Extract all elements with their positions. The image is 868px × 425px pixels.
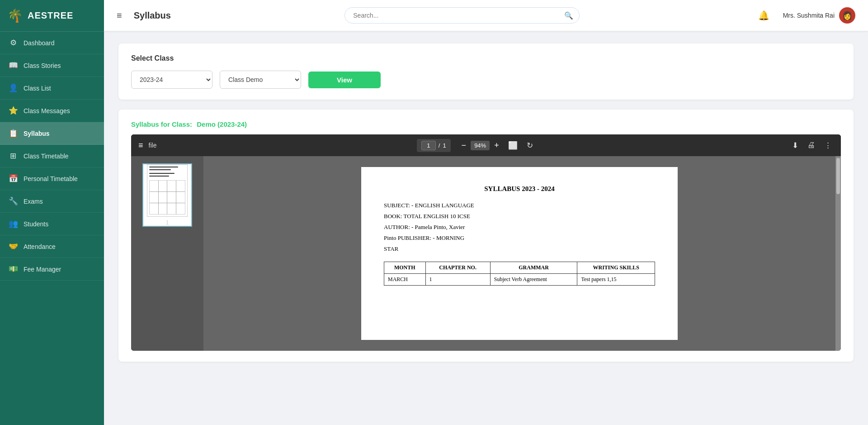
pdf-download-button[interactable]: ⬇: [790, 141, 800, 150]
sidebar-icon-fee-manager: 💵: [8, 264, 18, 274]
search-wrapper: 🔍: [344, 7, 580, 24]
pdf-filename: file: [149, 142, 157, 149]
sidebar-icon-class-messages: ⭐: [8, 106, 18, 115]
sidebar-item-attendance[interactable]: 🤝Attendance: [0, 235, 104, 258]
pdf-thumb-num: 1: [166, 220, 169, 226]
user-name: Mrs. Sushmita Rai: [783, 12, 835, 19]
search-container: 🔍: [180, 7, 745, 24]
pdf-subject-line: STAR: [384, 245, 655, 253]
pdf-main-view[interactable]: SYLLABUS 2023 - 2024 SUBJECT: - ENGLISH …: [203, 156, 835, 351]
sidebar-icon-students: 👥: [8, 219, 18, 229]
pdf-thumbnail-1[interactable]: 1: [142, 163, 192, 227]
notification-icon[interactable]: 🔔: [758, 10, 769, 21]
pdf-toolbar: ≡ file / 1 − 94% + ⬜ ↻: [131, 134, 841, 156]
pdf-viewer: ≡ file / 1 − 94% + ⬜ ↻: [131, 134, 841, 351]
main-area: ≡ Syllabus 🔍 🔔 Mrs. Sushmita Rai 👩 Selec…: [104, 0, 868, 425]
sidebar-item-syllabus[interactable]: 📋Syllabus: [0, 122, 104, 145]
sidebar: 🌴 AESTREE ⚙Dashboard📖Class Stories👤Class…: [0, 0, 104, 425]
pdf-table: MONTHCHAPTER NO.GRAMMARWRITING SKILLS MA…: [384, 262, 655, 286]
pdf-page-title: SYLLABUS 2023 - 2024: [384, 185, 655, 193]
sidebar-item-class-timetable[interactable]: ⊞Class Timetable: [0, 145, 104, 167]
sidebar-label-dashboard: Dashboard: [24, 39, 55, 47]
sidebar-icon-class-stories: 📖: [8, 61, 18, 70]
sidebar-label-attendance: Attendance: [24, 243, 56, 250]
sidebar-item-class-messages[interactable]: ⭐Class Messages: [0, 100, 104, 122]
pdf-zoom-out-button[interactable]: −: [460, 141, 468, 150]
sidebar-label-class-stories: Class Stories: [24, 62, 61, 69]
syllabus-label: Syllabus for Class: Demo (2023-24): [131, 120, 841, 128]
sidebar-item-fee-manager[interactable]: 💵Fee Manager: [0, 258, 104, 281]
pdf-subject-line: BOOK: TOTAL ENGLISH 10 ICSE: [384, 213, 655, 220]
sidebar-label-class-list: Class List: [24, 85, 51, 92]
user-avatar: 👩: [839, 7, 855, 24]
logo-text: AESTREE: [28, 10, 73, 21]
sidebar-icon-exams: 🔧: [8, 196, 18, 206]
sidebar-label-students: Students: [24, 220, 48, 228]
select-row: 2023-242022-232021-22 Class DemoClass AC…: [131, 71, 841, 89]
pdf-fit-button[interactable]: ⬜: [506, 141, 519, 150]
pdf-page-controls: / 1: [417, 139, 451, 152]
syllabus-label-prefix: Syllabus for Class:: [131, 120, 192, 128]
pdf-subject-lines: SUBJECT: - ENGLISH LANGUAGEBOOK: TOTAL E…: [384, 202, 655, 253]
sidebar-label-class-timetable: Class Timetable: [24, 153, 69, 160]
sidebar-item-dashboard[interactable]: ⚙Dashboard: [0, 32, 104, 54]
pdf-page-total: 1: [443, 142, 446, 149]
sidebar-icon-syllabus: 📋: [8, 129, 18, 138]
pdf-zoom-level: 94%: [471, 141, 490, 150]
select-class-title: Select Class: [131, 54, 841, 62]
sidebar-item-class-list[interactable]: 👤Class List: [0, 77, 104, 100]
sidebar-icon-dashboard: ⚙: [8, 38, 18, 48]
sidebar-icon-attendance: 🤝: [8, 242, 18, 251]
pdf-subject-line: SUBJECT: - ENGLISH LANGUAGE: [384, 202, 655, 209]
sidebar-item-students[interactable]: 👥Students: [0, 213, 104, 235]
pdf-page-separator: /: [439, 142, 440, 149]
pdf-scrollbar[interactable]: [835, 156, 841, 351]
pdf-print-button[interactable]: 🖨: [806, 141, 817, 150]
pdf-page: SYLLABUS 2023 - 2024 SUBJECT: - ENGLISH …: [361, 167, 678, 340]
sidebar-icon-class-timetable: ⊞: [8, 151, 18, 161]
pdf-body: 1 SYLLABUS 2023 - 2024 SUBJECT: - ENGLIS…: [131, 156, 841, 351]
logo-icon: 🌴: [7, 8, 23, 23]
sidebar-label-fee-manager: Fee Manager: [24, 266, 61, 273]
pdf-zoom-controls: − 94% +: [460, 141, 501, 150]
sidebar-label-personal-timetable: Personal Timetable: [24, 175, 78, 182]
syllabus-card: Syllabus for Class: Demo (2023-24) ≡ fil…: [118, 110, 854, 362]
sidebar-item-class-stories[interactable]: 📖Class Stories: [0, 54, 104, 77]
search-input[interactable]: [344, 7, 580, 24]
pdf-subject-line: AUTHOR: - Pamela Pinto, Xavier: [384, 224, 655, 231]
class-select[interactable]: Class DemoClass AClass B: [220, 71, 301, 89]
header: ≡ Syllabus 🔍 🔔 Mrs. Sushmita Rai 👩: [104, 0, 868, 31]
year-select[interactable]: 2023-242022-232021-22: [131, 71, 212, 89]
sidebar-nav: ⚙Dashboard📖Class Stories👤Class List⭐Clas…: [0, 32, 104, 281]
pdf-scrollbar-thumb[interactable]: [836, 158, 840, 194]
sidebar-label-class-messages: Class Messages: [24, 107, 70, 115]
pdf-more-button[interactable]: ⋮: [822, 141, 834, 150]
view-button[interactable]: View: [308, 72, 381, 88]
sidebar-icon-personal-timetable: 📅: [8, 174, 18, 183]
sidebar-label-exams: Exams: [24, 198, 43, 205]
pdf-rotate-button[interactable]: ↻: [525, 141, 535, 150]
menu-icon[interactable]: ≡: [117, 10, 122, 21]
content-area: Select Class 2023-242022-232021-22 Class…: [104, 31, 868, 425]
sidebar-label-syllabus: Syllabus: [24, 130, 50, 137]
syllabus-class-name: Demo (2023-24): [197, 120, 247, 128]
sidebar-icon-class-list: 👤: [8, 83, 18, 93]
sidebar-item-exams[interactable]: 🔧Exams: [0, 190, 104, 213]
pdf-thumbnails: 1: [131, 156, 203, 351]
select-class-card: Select Class 2023-242022-232021-22 Class…: [118, 43, 854, 100]
pdf-subject-line: Pinto PUBLISHER: - MORNING: [384, 234, 655, 242]
pdf-menu-icon[interactable]: ≡: [138, 141, 143, 150]
pdf-zoom-in-button[interactable]: +: [492, 141, 501, 150]
sidebar-logo: 🌴 AESTREE: [0, 0, 104, 32]
page-title: Syllabus: [134, 10, 171, 21]
user-area: Mrs. Sushmita Rai 👩: [783, 7, 855, 24]
search-icon: 🔍: [564, 11, 573, 20]
sidebar-item-personal-timetable[interactable]: 📅Personal Timetable: [0, 167, 104, 190]
pdf-page-input[interactable]: [421, 141, 436, 150]
